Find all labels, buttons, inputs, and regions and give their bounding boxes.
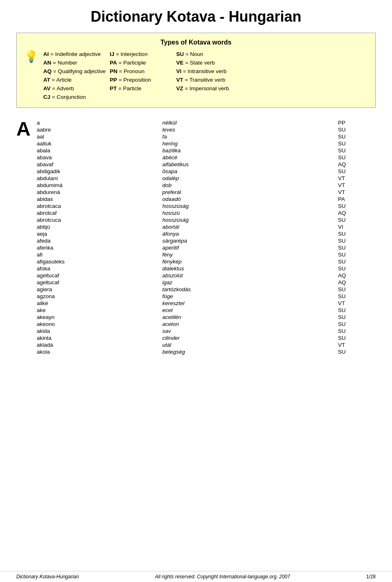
word-cell: abdigadik [37, 168, 162, 175]
type-key: PN [110, 68, 118, 74]
table-row: akidasavSU [37, 328, 376, 334]
translation-cell: hosszú [162, 210, 338, 216]
word-cell: abrotcaca [37, 203, 162, 210]
table-row: aaltukheringSU [37, 140, 376, 147]
type-item: AV = Adverb [43, 85, 106, 93]
word-cell: abavaf [37, 161, 162, 168]
type-item: AI = Indefinite adjective [43, 50, 106, 59]
translation-cell: hosszúság [162, 203, 338, 210]
table-row: aabrelevesSU [37, 126, 376, 133]
footer-right: 1/28 [366, 574, 376, 580]
word-cell: akola [37, 348, 162, 355]
table-row: akolabetegségSU [37, 348, 376, 355]
word-cell: abrotcuca [37, 216, 162, 223]
table-row: afedasárgarépaSU [37, 237, 376, 244]
type-cell: AQ [338, 272, 376, 279]
word-cell: abidas [37, 196, 162, 203]
type-key: PA [110, 60, 117, 66]
translation-cell: fény [162, 251, 338, 258]
table-row: akladáutálVT [37, 341, 376, 348]
type-key: SU [176, 51, 184, 57]
type-item: VI = Intransitive verb [176, 67, 238, 76]
word-cell: afigasuteks [37, 258, 162, 265]
table-row: afenkaaperitifSU [37, 244, 376, 251]
translation-cell: fa [162, 133, 338, 140]
translation-cell: igaz [162, 279, 338, 286]
translation-cell: leves [162, 126, 338, 133]
word-cell: abdurená [37, 189, 162, 196]
type-cell: SU [338, 147, 376, 154]
word-cell: akeayn [37, 314, 162, 321]
type-cell: AQ [338, 210, 376, 216]
type-cell: SU [338, 307, 376, 314]
type-key: AT [43, 77, 50, 83]
type-key: PP [110, 77, 117, 83]
table-row: aalfaSU [37, 133, 376, 140]
type-cell: SU [338, 258, 376, 265]
section-letter: A [16, 119, 37, 355]
translation-cell: füge [162, 293, 338, 300]
type-item: AT = Article [43, 76, 106, 85]
type-cell: PP [338, 119, 376, 126]
table-row: akeonoacetonSU [37, 321, 376, 328]
type-cell: SU [338, 168, 376, 175]
type-item: VE = State verb [176, 59, 238, 67]
type-cell: VT [338, 189, 376, 196]
translation-cell: abszolút [162, 272, 338, 279]
table-row: aejaáfonyaSU [37, 230, 376, 237]
table-row: afokadialektusSU [37, 265, 376, 272]
translation-cell: acetilén [162, 314, 338, 321]
word-cell: akladá [37, 341, 162, 348]
table-row: abidasodaadóPA [37, 196, 376, 203]
type-item: AQ = Qualifying adjective [43, 67, 106, 76]
word-cell: a [37, 119, 162, 126]
type-cell: SU [338, 314, 376, 321]
type-key: PT [110, 85, 117, 91]
translation-cell: tartózkodás [162, 286, 338, 293]
type-item: PP = Preposition [110, 76, 172, 85]
type-cell: SU [338, 133, 376, 140]
table-row: afifénySU [37, 251, 376, 258]
type-cell: SU [338, 334, 376, 341]
type-item: SU = Noun [176, 50, 238, 59]
word-cell: agiera [37, 286, 162, 293]
footer-left: Dictionary Kotava-Hungarian [16, 574, 79, 580]
word-cell: akinta [37, 334, 162, 341]
type-cell: PA [338, 196, 376, 203]
table-row: abdumimádobVT [37, 182, 376, 189]
table-row: abrotcacahosszúságSU [37, 203, 376, 210]
type-cell: SU [338, 265, 376, 272]
table-row: abdulaníodalépVT [37, 175, 376, 182]
word-cell: afeda [37, 237, 162, 244]
type-cell: SU [338, 126, 376, 133]
table-row: akeaynacetilénSU [37, 314, 376, 321]
table-row: abalabazilikaSU [37, 147, 376, 154]
type-item: AN = Number [43, 59, 106, 67]
translation-cell: preferál [162, 189, 338, 196]
translation-cell: odaadó [162, 196, 338, 203]
table-row: anélkülPP [37, 119, 376, 126]
table-row: abtijúabortálVI [37, 223, 376, 230]
translation-cell: dialektus [162, 265, 338, 272]
translation-cell: fénykép [162, 258, 338, 265]
translation-cell: ábécé [162, 154, 338, 161]
table-row: akintacilinderSU [37, 334, 376, 341]
word-cell: ageltucaf [37, 279, 162, 286]
type-item: IJ = Interjection [110, 50, 172, 59]
word-cell: abava [37, 154, 162, 161]
type-cell: SU [338, 140, 376, 147]
page-title: Dictionary Kotava - Hungarian [16, 8, 376, 25]
word-cell: ake [37, 307, 162, 314]
word-cell: agzona [37, 293, 162, 300]
type-cell: SU [338, 237, 376, 244]
word-cell: aeja [37, 230, 162, 237]
translation-cell: alfabetikus [162, 161, 338, 168]
bulb-icon: 💡 [24, 51, 38, 62]
type-key: AQ [43, 68, 51, 74]
type-item: CJ = Conjunction [43, 93, 106, 102]
type-cell: VT [338, 182, 376, 189]
type-key: VZ [176, 85, 183, 91]
type-key: AV [43, 85, 51, 91]
word-cell: abdumimá [37, 182, 162, 189]
type-cell: SU [338, 216, 376, 223]
